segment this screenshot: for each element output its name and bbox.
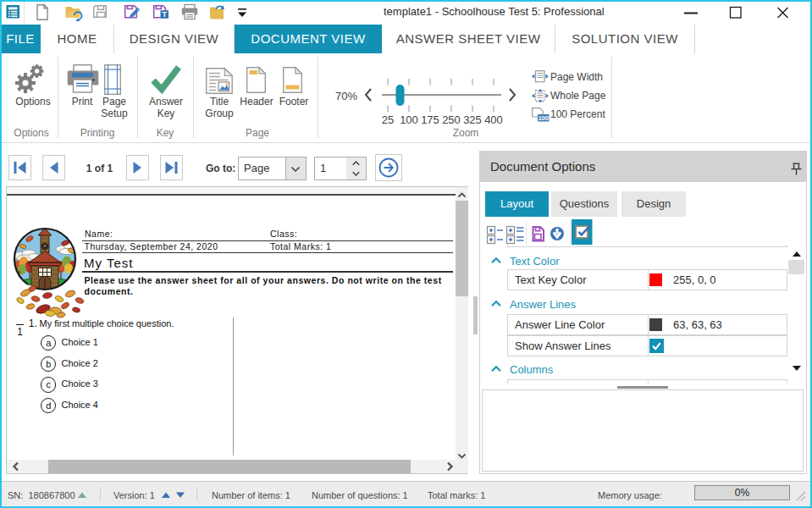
svg-text:100: 100	[538, 114, 549, 122]
svg-text:T: T	[162, 10, 167, 19]
